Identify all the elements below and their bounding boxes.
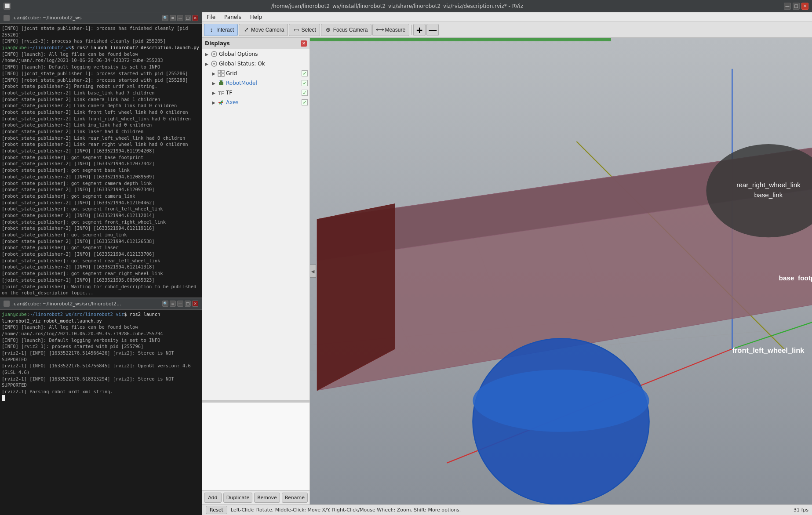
- expand-arrow-global-options[interactable]: ▶: [204, 51, 209, 57]
- focus-camera-btn[interactable]: ⊕ Focus Camera: [321, 24, 372, 36]
- move-camera-btn[interactable]: ⤢ Move Camera: [239, 24, 288, 36]
- titlebar-controls: — □ ✕: [784, 3, 808, 10]
- displays-properties: [202, 403, 310, 490]
- display-icon-tf: TF: [218, 89, 225, 96]
- expand-arrow-tf[interactable]: ▶: [211, 90, 216, 95]
- terminal1-line: [INFO] [joint_state_publisher-1]: proces…: [2, 70, 200, 77]
- svg-point-30: [473, 370, 649, 432]
- display-label-global-status: Global Status: Ok: [219, 61, 308, 67]
- terminal1-line: [robot_state_publisher-2] [INFO] [163352…: [2, 199, 200, 212]
- displays-close-btn[interactable]: ✕: [301, 40, 307, 47]
- terminal2-line: [INFO] [rviz2-1]: process started with p…: [2, 343, 200, 350]
- terminal1-line: [robot_state_publisher-2] [INFO] [163352…: [2, 186, 200, 199]
- toolbar-plus-btn[interactable]: +: [413, 24, 426, 36]
- terminal1-line: [joint_state_publisher-1] [INFO] [163352…: [2, 277, 200, 296]
- terminal1-line: [INFO] [launch]: All log files can be fo…: [2, 51, 200, 64]
- titlebar-minimize-btn[interactable]: —: [784, 3, 791, 10]
- expand-arrow-grid[interactable]: ▶: [211, 71, 216, 76]
- terminal1-menu-btn[interactable]: ≡: [170, 15, 176, 21]
- menu-help[interactable]: Help: [248, 13, 264, 21]
- terminal2-minimize-btn[interactable]: —: [177, 301, 183, 307]
- svg-rect-5: [222, 70, 224, 73]
- display-checkbox-axes[interactable]: [302, 99, 308, 105]
- toolbar-minus-btn[interactable]: —: [426, 24, 439, 36]
- rviz-statusbar: Reset Left-Click: Rotate. Middle-Click: …: [202, 504, 812, 515]
- terminal1-minimize-btn[interactable]: —: [177, 15, 183, 21]
- display-item-global-options[interactable]: ▶Global Options: [202, 49, 310, 59]
- display-checkbox-tf[interactable]: [302, 90, 308, 96]
- terminal-icon-2: [4, 301, 10, 307]
- measure-icon: ⟷: [376, 26, 383, 33]
- terminal1-line: [robot_state_publisher-2] Link front_lef…: [2, 109, 200, 116]
- expand-arrow-robot-model[interactable]: ▶: [211, 80, 216, 86]
- svg-point-1: [213, 53, 215, 55]
- terminal2-close-btn[interactable]: ✕: [192, 301, 198, 307]
- left-panels: juan@cube: ~/linorobot2_ws 🔍 ≡ — □ ✕ [IN…: [0, 12, 202, 515]
- terminal1-close-btn[interactable]: ✕: [192, 15, 198, 21]
- terminal1-search-btn[interactable]: 🔍: [162, 15, 168, 21]
- rename-display-btn[interactable]: Rename: [282, 493, 308, 503]
- terminal1-line: [INFO] [rviz2-3]: process has finished c…: [2, 38, 200, 44]
- expand-arrow-axes[interactable]: ▶: [211, 100, 216, 105]
- display-label-global-options: Global Options: [219, 51, 308, 57]
- terminal2-maximize-btn[interactable]: □: [185, 301, 191, 307]
- viewport-expand-handle[interactable]: ◀: [310, 265, 316, 278]
- svg-text:base_footprint: base_footprint: [779, 274, 812, 282]
- titlebar-maximize-btn[interactable]: □: [793, 3, 800, 10]
- fps-display: 31 fps: [794, 507, 808, 513]
- displays-header: Displays ✕: [202, 38, 310, 49]
- terminal-content-1[interactable]: [INFO] [joint_state_publisher-1]: proces…: [0, 24, 202, 297]
- measure-btn[interactable]: ⟷ Measure: [372, 24, 409, 36]
- terminal1-line: [robot_state_publisher-2] [INFO] [163352…: [2, 264, 200, 276]
- terminal2-cursor: [2, 395, 5, 401]
- menu-file[interactable]: File: [205, 13, 217, 21]
- duplicate-display-btn[interactable]: Duplicate: [223, 493, 252, 503]
- terminal-titlebar-2: juan@cube: ~/linorobot2_ws/src/linorobot…: [0, 298, 202, 310]
- terminal1-line: [robot_state_publisher-2] [INFO] [163352…: [2, 251, 200, 264]
- remove-display-btn[interactable]: Remove: [254, 493, 280, 503]
- displays-panel: Displays ✕ ▶Global Options▶Global Status…: [202, 38, 310, 504]
- terminal2-search-btn[interactable]: 🔍: [162, 301, 168, 307]
- expand-arrow-global-status[interactable]: ▶: [204, 61, 209, 66]
- display-icon-global-status: [211, 60, 218, 67]
- terminal-content-2[interactable]: juan@cube:~/linorobot2_ws/src/linorobot2…: [0, 310, 202, 515]
- terminal2-line: [rviz2-1] [INFO] [1633522176.514566426] …: [2, 350, 200, 363]
- titlebar-close-btn[interactable]: ✕: [801, 3, 808, 10]
- terminal1-line: [robot_state_publisher-2] Link laser had…: [2, 128, 200, 135]
- interact-label: Interact: [216, 27, 234, 33]
- display-label-robot-model: RobotModel: [226, 80, 300, 86]
- add-display-btn[interactable]: Add: [204, 493, 222, 503]
- display-item-tf[interactable]: ▶TFTF: [202, 88, 310, 98]
- display-label-axes: Axes: [226, 99, 300, 105]
- terminal2-menu-btn[interactable]: ≡: [170, 301, 176, 307]
- display-checkbox-grid[interactable]: [302, 70, 308, 76]
- terminal1-line: [robot_state_publisher-2] Link rear_righ…: [2, 141, 200, 148]
- terminal-panel-2: juan@cube: ~/linorobot2_ws/src/linorobot…: [0, 297, 202, 515]
- terminal-icon-1: [4, 15, 10, 21]
- reset-btn[interactable]: Reset: [206, 506, 227, 514]
- terminal1-line: [robot_state_publisher-2] Link front_rig…: [2, 116, 200, 122]
- svg-point-10: [219, 80, 220, 81]
- terminal1-line: [robot_state_publisher-2] [INFO] [163352…: [2, 225, 200, 238]
- display-item-grid[interactable]: ▶Grid: [202, 69, 310, 78]
- terminal1-maximize-btn[interactable]: □: [185, 15, 191, 21]
- display-item-global-status[interactable]: ▶Global Status: Ok: [202, 59, 310, 69]
- terminal2-line: [INFO] [launch]: Default logging verbosi…: [2, 337, 200, 344]
- display-item-axes[interactable]: ▶Axes: [202, 98, 310, 107]
- 3d-viewport[interactable]: rear_right_wheel_link base_link base_foo…: [310, 38, 812, 504]
- measure-label: Measure: [385, 27, 405, 33]
- interact-btn[interactable]: ↕ Interact: [204, 24, 238, 36]
- select-btn[interactable]: ▭ Select: [289, 24, 320, 36]
- terminal1-line: [robot_state_publisher-2] Parsing robot …: [2, 83, 200, 90]
- display-icon-global-options: [211, 51, 218, 58]
- rviz-menubar: File Panels Help: [202, 12, 812, 22]
- menu-panels[interactable]: Panels: [222, 13, 243, 21]
- display-item-robot-model[interactable]: ▶RobotModel: [202, 78, 310, 88]
- display-icon-grid: [218, 70, 225, 77]
- display-checkbox-robot-model[interactable]: [302, 80, 308, 86]
- display-icon-axes: [218, 99, 225, 106]
- titlebar-title: /home/juan/linorobot2_ws/install/linorob…: [11, 3, 784, 9]
- status-text: Left-Click: Rotate. Middle-Click: Move X…: [231, 507, 790, 513]
- terminal2-line: [rviz2-1] [INFO] [1633522176.618325294] …: [2, 376, 200, 388]
- move-camera-icon: ⤢: [243, 26, 250, 33]
